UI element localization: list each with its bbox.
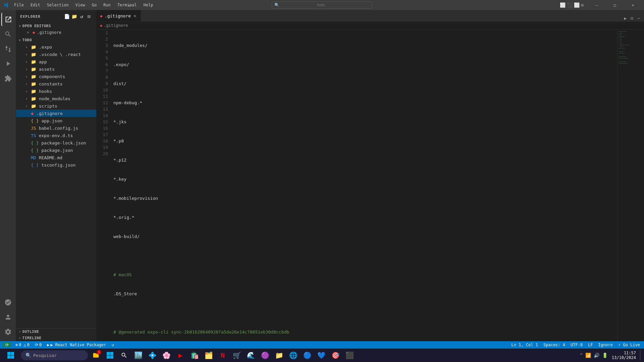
menu-view[interactable]: View (73, 2, 88, 8)
menu-selection[interactable]: Selection (44, 2, 71, 8)
status-encoding[interactable]: UTF-8 (569, 343, 584, 347)
menu-go[interactable]: Go (89, 2, 99, 8)
taskbar-icon-app3[interactable]: 🌊 (245, 349, 257, 361)
menu-file[interactable]: File (11, 2, 26, 8)
taskbar-icon-city[interactable]: 🏙️ (132, 349, 144, 361)
taskbar-icon-netflix[interactable]: N (217, 349, 229, 361)
tree-item-hooks[interactable]: › 📁 hooks (16, 87, 96, 95)
outline-section-header[interactable]: › OUTLINE (16, 328, 96, 335)
tree-item-tsconfig[interactable]: { } tsconfig.json (16, 161, 96, 169)
battery-icon[interactable]: 🔋 (602, 353, 608, 358)
menu-edit[interactable]: Edit (28, 2, 43, 8)
editor-close-icon[interactable]: ✕ (27, 30, 29, 35)
layout-btn4[interactable]: ⊞ (581, 2, 584, 8)
status-ln-col[interactable]: Ln 1, Col 1 (510, 343, 539, 347)
code-line-4: npm-debug.* (113, 100, 617, 106)
tree-item-gitignore[interactable]: ◆ .gitignore (16, 110, 96, 117)
taskbar-icon-cortana[interactable]: 💠 (146, 349, 158, 361)
tree-item-pkg[interactable]: { } package.json (16, 146, 96, 154)
taskbar-search[interactable]: 🔍 Pesquisar (21, 350, 88, 360)
timeline-section-header[interactable]: › TIMELINE (16, 335, 96, 341)
tab-gitignore-close[interactable]: ✕ (133, 12, 137, 19)
more-actions-icon[interactable]: ⋯ (636, 15, 641, 21)
status-line-ending[interactable]: LF (587, 343, 594, 347)
start-button[interactable] (3, 349, 19, 362)
collapse-all-btn[interactable]: ⊟ (86, 13, 92, 19)
show-desktop[interactable] (640, 350, 641, 361)
status-packager[interactable]: ▶ ▶ React Native Packager (46, 343, 107, 347)
status-refresh[interactable]: ↺ (110, 343, 115, 347)
account-activity-icon[interactable] (1, 310, 15, 324)
taskbar-icon-app4[interactable]: 🟣 (259, 349, 271, 361)
todo-header[interactable]: ▾ TODO (16, 37, 96, 43)
close-button[interactable]: ✕ (625, 0, 641, 10)
taskbar-search-app[interactable] (118, 349, 130, 361)
extensions-activity-icon[interactable] (1, 72, 15, 85)
taskbar-icon-vscode[interactable]: 💙 (315, 349, 327, 361)
search-input[interactable] (272, 1, 372, 9)
open-editors-header[interactable]: ▾ OPEN EDITORS (16, 23, 96, 29)
tree-item-babel[interactable]: JS babel.config.js (16, 124, 96, 132)
forward-button[interactable]: → (125, 2, 134, 9)
tree-item-constants[interactable]: › 📁 constants (16, 80, 96, 87)
menu-run[interactable]: Run (101, 2, 113, 8)
folder-icon-node: 📁 (31, 96, 36, 101)
open-editor-gitignore[interactable]: ✕ ◆ .gitignore (16, 29, 96, 36)
layout-btn2[interactable]: ⬛ (567, 2, 573, 8)
remote-activity-icon[interactable] (1, 296, 15, 309)
new-file-btn[interactable]: 📄 (64, 13, 70, 19)
taskbar-windows-icon[interactable] (104, 349, 116, 361)
status-remote[interactable]: ⟳ (3, 343, 11, 347)
taskbar-icon-chrome[interactable]: 🔵 (301, 349, 313, 361)
tree-item-vscode[interactable]: › 📁 .vscode \ .react (16, 51, 96, 58)
tree-item-assets[interactable]: › 📁 assets (16, 65, 96, 73)
menu-help[interactable]: Help (141, 2, 156, 8)
taskbar-icon-app2[interactable]: 🛒 (231, 349, 243, 361)
tree-item-pkglock[interactable]: { } package-lock.json (16, 139, 96, 146)
run-debug-activity-icon[interactable] (1, 57, 15, 70)
status-sync[interactable]: ⟳ 0 (34, 343, 43, 347)
tree-item-node-modules[interactable]: › 📁 node_modules (16, 95, 96, 102)
source-control-activity-icon[interactable] (1, 42, 15, 56)
tree-item-expoenv[interactable]: TS expo-env.d.ts (16, 132, 96, 139)
taskbar-icon-app1[interactable]: 🗂️ (203, 349, 215, 361)
search-activity-icon[interactable] (1, 27, 15, 41)
tree-item-components[interactable]: › 📁 components (16, 73, 96, 80)
settings-activity-icon[interactable] (1, 325, 15, 339)
maximize-button[interactable]: □ (607, 0, 623, 10)
new-folder-btn[interactable]: 📁 (71, 13, 77, 19)
taskbar-icon-youtube[interactable]: ▶ (174, 349, 186, 361)
clock[interactable]: 11:57 13/10/2024 (610, 351, 637, 360)
tree-item-app[interactable]: › 📁 app (16, 58, 96, 65)
taskbar-icon-files[interactable]: 📁 (273, 349, 285, 361)
status-language[interactable]: Ignore (597, 343, 614, 347)
explorer-activity-icon[interactable] (1, 13, 15, 26)
code-line-5: *.jks (113, 119, 617, 125)
tray-arrow[interactable]: ^ (580, 353, 583, 358)
taskbar-icon-edge[interactable]: 🌐 (287, 349, 299, 361)
layout-btn3[interactable]: ⬜ (574, 2, 580, 8)
taskbar-icon-ms-store[interactable]: 🛍️ (189, 349, 201, 361)
status-spaces[interactable]: Spaces: 4 (542, 343, 567, 347)
folder-icon-app: 📁 (31, 59, 36, 64)
tree-item-readme[interactable]: MD README.md (16, 154, 96, 161)
taskbar-icon-klokki[interactable]: 🎯 (329, 349, 341, 361)
tree-item-expo[interactable]: › 📁 .expo (16, 43, 96, 51)
taskbar-icon-terminal[interactable]: ⬛ (343, 349, 356, 361)
taskbar-file-explorer[interactable]: 1 (90, 349, 102, 361)
split-editor-icon[interactable]: ⊟ (629, 15, 635, 21)
back-button[interactable]: ← (114, 2, 123, 9)
status-go-live[interactable]: ⚡ Go Live (617, 343, 641, 347)
code-content[interactable]: node_modules/ .expo/ dist/ npm-debug.* *… (111, 29, 617, 341)
tab-gitignore[interactable]: ◆ .gitignore ✕ (97, 10, 141, 21)
run-code-icon[interactable]: ▶ (623, 15, 628, 21)
taskbar-icon-photos[interactable]: 🌸 (160, 349, 172, 361)
minimize-button[interactable]: – (589, 0, 604, 10)
volume-icon[interactable]: 🔊 (594, 353, 599, 358)
status-errors[interactable]: ⊗ 0 △ 0 (14, 343, 31, 347)
tree-item-scripts[interactable]: › 📁 scripts (16, 102, 96, 110)
tree-item-appjson[interactable]: { } app.json (16, 117, 96, 124)
refresh-btn[interactable]: ↺ (79, 13, 85, 19)
wifi-icon[interactable]: 📶 (585, 353, 591, 358)
layout-btn1[interactable]: ⬜ (560, 2, 566, 8)
